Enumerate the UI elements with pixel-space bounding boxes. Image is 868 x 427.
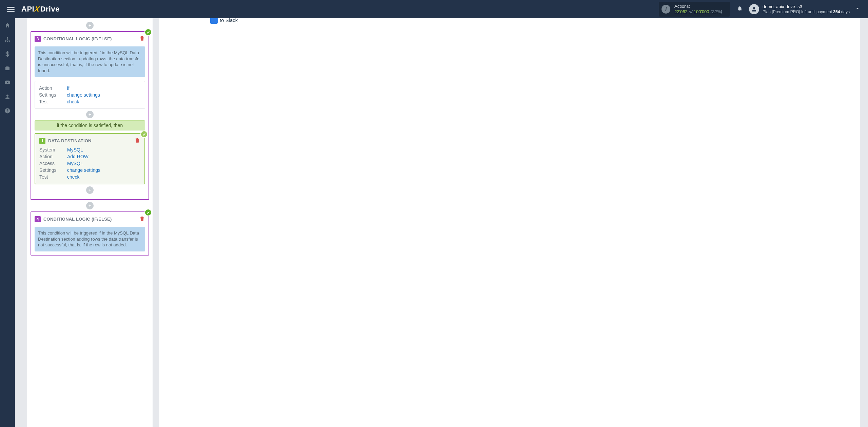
actions-counter[interactable]: i Actions: 22'062 of 100'000 (22%) [659,2,730,16]
add-step-button[interactable]: + [86,111,94,118]
step-number-badge: 4 [35,216,41,222]
step-note: This condition will be triggered if in t… [35,227,145,251]
step-title: DATA DESTINATION [48,138,92,143]
check-link[interactable]: check [67,174,80,180]
delete-step-button[interactable] [139,35,145,42]
svg-rect-3 [7,41,8,42]
delete-step-button[interactable] [139,216,145,223]
param-row-test: Test check [39,174,140,180]
app-header: API X Drive i Actions: 22'062 of 100'000… [0,0,868,18]
add-step-button[interactable]: + [86,186,94,194]
param-row-settings: Settings change settings [39,92,141,98]
avatar-icon [749,4,759,14]
actions-label: Actions: [674,4,722,9]
param-access-value: MySQL [67,161,83,166]
param-row-action: Action Add ROW [39,153,140,160]
param-row-settings: Settings change settings [39,167,140,174]
step-card-destination-1: 1 DATA DESTINATION System MySQL Action A… [35,133,145,184]
rail-profile-icon[interactable] [0,89,15,104]
partial-text: to Slack [220,18,238,23]
menu-toggle-button[interactable] [6,4,16,14]
svg-rect-4 [9,41,10,42]
step-note: This condition will be triggered if in t… [35,46,145,77]
step-number-badge: 1 [39,138,45,144]
status-ok-icon [144,209,152,216]
workflow-column: + 3 CONDITIONAL LOGIC (IF/ELSE) This con… [27,18,153,427]
chevron-down-icon[interactable] [854,5,865,13]
step-header: 4 CONDITIONAL LOGIC (IF/ELSE) [35,216,145,223]
left-rail [0,18,15,427]
logo-x: X [34,5,41,14]
slack-icon [210,18,218,24]
page-body: + 3 CONDITIONAL LOGIC (IF/ELSE) This con… [15,18,868,427]
logo-prefix: API [21,5,34,14]
param-row-system: System MySQL [39,146,140,153]
param-system-value: MySQL [67,147,83,152]
param-action-value: If [67,85,70,91]
actions-value: 22'062 of 100'000 (22%) [674,9,722,15]
rail-help-icon[interactable] [0,104,15,118]
condition-true-banner: if the condition is satisfied, then [35,120,145,130]
add-step-button[interactable]: + [86,202,94,209]
step-title: CONDITIONAL LOGIC (IF/ELSE) [43,217,112,222]
logo[interactable]: API X Drive [21,5,60,14]
partial-row: to Slack [210,18,238,24]
notifications-bell-icon[interactable] [737,5,743,13]
change-settings-link[interactable]: change settings [67,92,100,98]
rail-youtube-icon[interactable] [0,75,15,89]
step-card-conditional-4: 4 CONDITIONAL LOGIC (IF/ELSE) This condi… [31,211,149,256]
param-row-action: Action If [39,85,141,92]
svg-point-6 [6,95,8,97]
status-ok-icon [140,130,148,138]
param-row-access: Access MySQL [39,160,140,167]
delete-step-button[interactable] [134,137,140,144]
status-ok-icon [144,28,152,36]
plan-line: Plan |Premium PRO| left until payment 25… [763,9,850,14]
step-header: 1 DATA DESTINATION [39,137,140,144]
step-params: Action If Settings change settings Test … [35,81,145,109]
step-card-conditional-3: 3 CONDITIONAL LOGIC (IF/ELSE) This condi… [31,31,149,200]
user-menu[interactable]: demo_apix-drive_s3 Plan |Premium PRO| le… [749,4,850,14]
change-settings-link[interactable]: change settings [67,167,100,173]
rail-briefcase-icon[interactable] [0,61,15,75]
svg-rect-2 [5,41,6,42]
svg-rect-1 [7,37,8,38]
step-header: 3 CONDITIONAL LOGIC (IF/ELSE) [35,35,145,42]
rail-home-icon[interactable] [0,18,15,33]
info-icon: i [662,5,670,14]
rail-billing-icon[interactable] [0,47,15,61]
user-name: demo_apix-drive_s3 [763,4,850,9]
check-link[interactable]: check [67,99,79,104]
step-title: CONDITIONAL LOGIC (IF/ELSE) [43,36,112,41]
step-number-badge: 3 [35,36,41,42]
detail-column: to Slack [159,18,860,427]
param-action-value: Add ROW [67,154,88,159]
add-step-button[interactable]: + [86,22,94,29]
svg-point-0 [753,7,755,9]
logo-suffix: Drive [40,5,60,14]
param-row-test: Test check [39,98,141,105]
rail-sitemap-icon[interactable] [0,33,15,47]
